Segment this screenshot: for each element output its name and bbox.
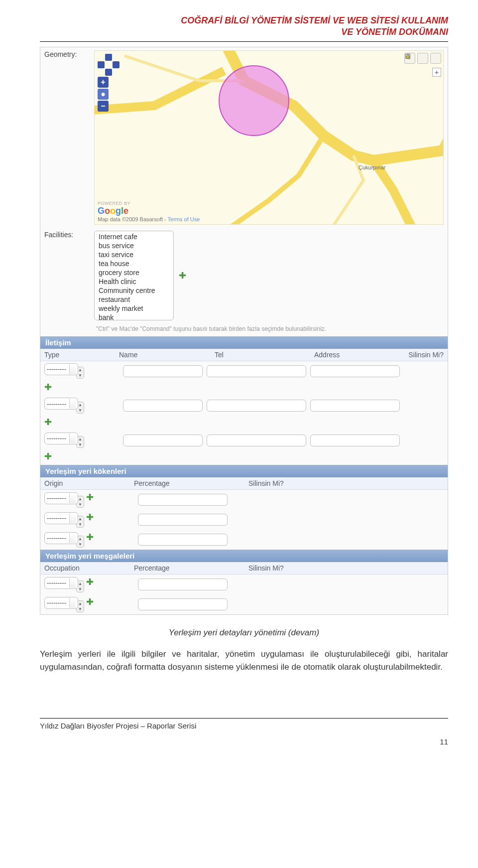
svg-point-0	[219, 66, 289, 136]
facilities-listbox[interactable]: Internet cafe bus service taxi service t…	[94, 231, 174, 320]
col-origin: Origin	[44, 479, 134, 487]
header-line2: VE YÖNETİM DOKÜMANI	[100, 26, 448, 38]
admin-form-screenshot: Geometry: Çukurpınar	[40, 47, 448, 615]
col-percentage: Percentage	[134, 479, 248, 487]
add-iletisim-row-button[interactable]: ✚	[44, 417, 52, 427]
zoom-in-button[interactable]: +	[98, 77, 109, 88]
pan-right-icon[interactable]	[113, 61, 120, 68]
iletisim-row: ---------▲▼	[40, 361, 448, 381]
add-occupation-button[interactable]: ✚	[86, 577, 94, 587]
list-item[interactable]: tea house	[95, 259, 173, 268]
google-logo: Google	[98, 206, 200, 216]
address-input[interactable]	[310, 400, 400, 412]
map-widget[interactable]: Çukurpınar + ● −	[94, 50, 444, 225]
svg-rect-2	[406, 54, 410, 58]
add-iletisim-row-button[interactable]: ✚	[44, 451, 52, 461]
map-expand-button[interactable]: +	[432, 68, 441, 77]
map-pan-zoom-controls: + ● −	[98, 54, 120, 112]
list-item[interactable]: restaurant	[95, 295, 173, 304]
header-rule	[40, 41, 448, 42]
mesgaleleri-section-header: Yerleşim yeri meşgaleleri	[40, 550, 448, 562]
document-footer: Yıldız Dağları Biyosfer Projesi – Raporl…	[40, 722, 448, 730]
add-occupation-button[interactable]: ✚	[86, 597, 94, 607]
footer-rule	[40, 718, 448, 719]
list-item[interactable]: weekly market	[95, 304, 173, 313]
percentage-input[interactable]	[138, 514, 228, 526]
list-item[interactable]: bank	[95, 313, 173, 320]
add-iletisim-row-button[interactable]: ✚	[44, 382, 52, 392]
map-roads	[95, 51, 443, 224]
occupation-select[interactable]: ---------	[44, 577, 78, 589]
address-input[interactable]	[310, 434, 400, 446]
zoom-world-button[interactable]: ●	[98, 89, 109, 100]
map-draw-tools	[404, 53, 441, 64]
name-input[interactable]	[123, 400, 203, 412]
iletisim-row: ---------▲▼	[40, 431, 448, 450]
mesgaleleri-row: ---------▲▼ ✚	[40, 594, 448, 614]
col-percentage: Percentage	[134, 564, 248, 572]
list-item[interactable]: Internet cafe	[95, 232, 173, 241]
map-pan-control[interactable]	[98, 54, 120, 76]
mesgaleleri-columns: Occupation Percentage Silinsin Mi?	[40, 562, 448, 575]
pan-up-icon[interactable]	[105, 54, 112, 61]
col-address: Address	[314, 351, 404, 359]
occupation-select[interactable]: ---------	[44, 597, 78, 609]
col-type: Type	[44, 351, 119, 359]
facilities-hint: "Ctrl" ve Mac'de "Command" tuşunu basılı…	[40, 323, 448, 336]
percentage-input[interactable]	[138, 579, 228, 590]
figure-caption: Yerleşim yeri detayları yönetimi (devam)	[40, 628, 448, 638]
header-line1: COĞRAFİ BİLGİ YÖNETİM SİSTEMİ VE WEB SİT…	[100, 15, 448, 26]
iletisim-columns: Type Name Tel Address Silinsin Mi?	[40, 349, 448, 361]
address-input[interactable]	[310, 365, 400, 377]
type-select[interactable]: ---------	[44, 433, 78, 444]
kokenleri-row: ---------▲▼ ✚	[40, 490, 448, 510]
percentage-input[interactable]	[138, 598, 228, 610]
origin-select[interactable]: ---------	[44, 532, 78, 544]
type-select[interactable]: ---------	[44, 398, 78, 410]
percentage-input[interactable]	[138, 494, 228, 506]
col-delete: Silinsin Mi?	[248, 564, 444, 572]
tel-input[interactable]	[207, 434, 306, 446]
list-item[interactable]: bus service	[95, 241, 173, 250]
origin-select[interactable]: ---------	[44, 492, 78, 504]
pan-left-icon[interactable]	[98, 61, 105, 68]
tel-input[interactable]	[207, 400, 306, 412]
kokenleri-section-header: Yerleşim yeri kökenleri	[40, 465, 448, 477]
kokenleri-row: ---------▲▼ ✚	[40, 530, 448, 550]
col-delete: Silinsin Mi?	[248, 479, 444, 487]
iletisim-section-header: İletişim	[40, 336, 448, 349]
terms-link[interactable]: Terms of Use	[168, 216, 200, 222]
add-origin-button[interactable]: ✚	[86, 492, 94, 502]
name-input[interactable]	[123, 434, 203, 446]
tel-input[interactable]	[207, 365, 306, 377]
footer-text: Yıldız Dağları Biyosfer Projesi – Raporl…	[40, 722, 196, 730]
pan-down-icon[interactable]	[105, 69, 112, 76]
type-select[interactable]: ---------	[44, 363, 78, 375]
add-origin-button[interactable]: ✚	[86, 512, 94, 522]
facilities-label: Facilities:	[44, 231, 94, 239]
kokenleri-columns: Origin Percentage Silinsin Mi?	[40, 477, 448, 490]
list-item[interactable]: grocery store	[95, 268, 173, 277]
list-item[interactable]: taxi service	[95, 250, 173, 259]
draw-square-tool[interactable]	[430, 53, 441, 64]
add-facility-button[interactable]: ✚	[179, 270, 186, 281]
geometry-label: Geometry:	[44, 50, 94, 58]
facilities-row: Facilities: Internet cafe bus service ta…	[40, 228, 448, 323]
powered-by-label: POWERED BY	[98, 201, 200, 206]
list-item[interactable]: Health clinic	[95, 277, 173, 286]
origin-select[interactable]: ---------	[44, 512, 78, 524]
iletisim-row: ---------▲▼	[40, 396, 448, 416]
zoom-out-button[interactable]: −	[98, 101, 109, 112]
kokenleri-row: ---------▲▼ ✚	[40, 510, 448, 530]
col-tel: Tel	[215, 351, 314, 359]
document-header: COĞRAFİ BİLGİ YÖNETİM SİSTEMİ VE WEB SİT…	[100, 15, 448, 38]
col-name: Name	[119, 351, 215, 359]
map-data-credit: Map data ©2009 Basarsoft - Terms of Use	[98, 216, 200, 222]
percentage-input[interactable]	[138, 534, 228, 546]
map-place-label: Çukurpınar	[358, 164, 385, 170]
add-origin-button[interactable]: ✚	[86, 532, 94, 542]
geometry-row: Geometry: Çukurpınar	[40, 47, 448, 228]
name-input[interactable]	[123, 365, 203, 377]
draw-polygon-tool[interactable]	[417, 53, 428, 64]
list-item[interactable]: Community centre	[95, 286, 173, 295]
